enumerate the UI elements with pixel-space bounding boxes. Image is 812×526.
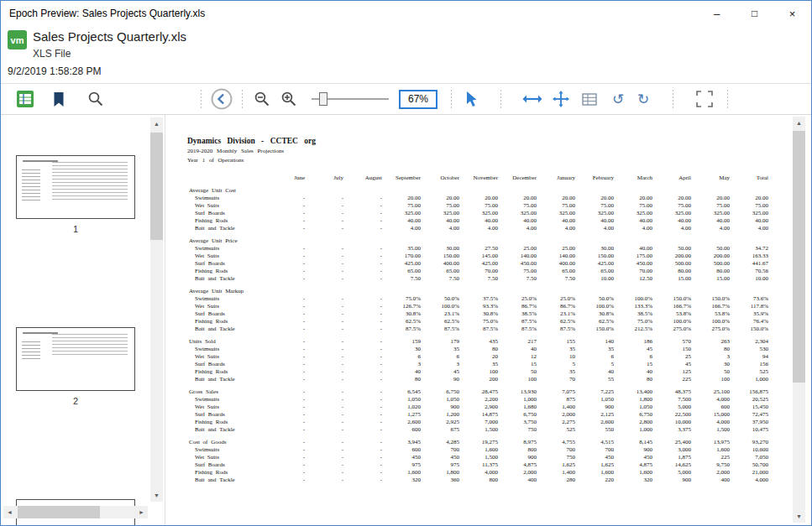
cell: 400.00 [538, 259, 577, 267]
move-tool-button[interactable] [550, 86, 572, 112]
search-button[interactable] [85, 86, 107, 112]
cell: 325.00 [654, 209, 693, 216]
row-label: Swimsuits [187, 445, 268, 453]
cell: 4.00 [461, 224, 500, 232]
data-row: Swimsuits---1,0501,0502,2001,0008751,050… [187, 395, 770, 403]
cell [616, 287, 654, 294]
scrollbar-thumb[interactable] [793, 131, 805, 383]
back-button[interactable] [210, 86, 233, 112]
cell: 220 [577, 476, 616, 483]
select-tool-button[interactable] [460, 86, 482, 112]
cell: 15,450 [731, 403, 770, 410]
cell: 25.0% [538, 294, 577, 302]
cell: 159 [384, 337, 422, 345]
cell: - [345, 201, 384, 209]
cell: 212.5% [616, 325, 654, 332]
cell [538, 287, 577, 294]
cell [306, 237, 345, 244]
thumbnail-vertical-scrollbar[interactable]: ▲ ▼ [150, 117, 163, 502]
cell: 35 [538, 345, 577, 352]
row-label: Wet Suits [187, 252, 268, 259]
cell: - [306, 453, 345, 461]
thumbnail-horizontal-scrollbar[interactable]: ◄ ► [3, 506, 148, 518]
cell: 320 [384, 476, 422, 483]
zoom-level-input[interactable] [399, 90, 437, 109]
cell: 4,875 [616, 461, 654, 468]
cell: 30.00 [577, 244, 616, 252]
thumbnail-page-2[interactable] [16, 327, 135, 391]
cell: - [345, 216, 384, 224]
cell: 1,800 [616, 395, 654, 403]
scroll-left-arrow[interactable]: ◄ [3, 506, 16, 518]
spreadsheet-app-icon[interactable] [14, 86, 36, 112]
section-label: Cost of Goods [187, 438, 268, 445]
cell: 30.8% [384, 310, 422, 317]
cell: 10,600 [731, 445, 770, 453]
cell: - [345, 476, 384, 483]
content-area: 1 2 ▲ ▼ ◄ ► [1, 115, 811, 525]
fit-page-button[interactable] [694, 86, 715, 112]
thumbnail-page-1[interactable] [16, 155, 135, 219]
zoom-slider-thumb[interactable] [319, 92, 327, 106]
zoom-out-button[interactable] [251, 86, 273, 112]
cell: - [268, 274, 306, 282]
cell: 325.00 [461, 209, 500, 216]
column-header: May [693, 174, 731, 181]
scroll-right-arrow[interactable]: ► [135, 506, 148, 518]
cell: 4.00 [616, 224, 654, 232]
cell: 50.0% [577, 294, 616, 302]
cell: 30.8% [577, 310, 616, 317]
cell: - [345, 468, 384, 476]
rotate-right-icon: ↻ [637, 92, 649, 107]
rotate-left-button[interactable]: ↺ [607, 86, 629, 112]
preview-vertical-scrollbar[interactable]: ▲ ▼ [793, 117, 805, 523]
data-row: Fishing Rods---62.5%62.5%75.0%87.5%62.5%… [187, 317, 770, 325]
cell: 4.00 [693, 224, 731, 232]
cell: - [345, 325, 384, 332]
toolbar-separator [673, 90, 673, 108]
cell: - [345, 302, 384, 310]
bookmark-button[interactable] [48, 86, 70, 112]
cell: 20.00 [577, 194, 616, 201]
scrollbar-thumb[interactable] [150, 133, 163, 240]
cell: 19,275 [461, 438, 500, 445]
rotate-right-button[interactable]: ↻ [632, 86, 654, 112]
minimize-button[interactable]: – [698, 1, 736, 26]
cell [345, 186, 384, 194]
scroll-down-arrow[interactable]: ▼ [793, 510, 805, 523]
data-row: Swimsuits---6007001,6008007007009003,000… [187, 445, 770, 453]
thumbnail-content [52, 162, 128, 201]
cell: 117.8% [731, 302, 770, 310]
cell: 4,515 [577, 438, 616, 445]
cell: 25,100 [693, 388, 731, 395]
cell: 325.00 [577, 209, 616, 216]
maximize-button[interactable]: □ [736, 1, 773, 26]
cell [384, 237, 422, 244]
cell: 1,500 [693, 425, 731, 433]
preview-page[interactable]: Dynamics Division - CCTEC org 2019-2020 … [187, 137, 773, 522]
toolbar-separator [201, 90, 202, 108]
cell: 40 [500, 345, 538, 352]
cell: 1,600 [616, 468, 654, 476]
scroll-up-arrow[interactable]: ▲ [150, 117, 163, 130]
cell: - [268, 438, 306, 445]
scroll-up-arrow[interactable]: ▲ [793, 117, 805, 129]
cell: 1,050 [616, 403, 654, 410]
cell: 7.50 [538, 274, 577, 282]
pan-horizontal-button[interactable] [521, 86, 543, 112]
cell: 15.00 [693, 274, 731, 282]
cell: 133.3% [616, 302, 654, 310]
cell: 325.00 [422, 209, 461, 216]
cell: 700 [538, 445, 577, 453]
zoom-in-button[interactable] [278, 86, 300, 112]
cell: 450 [616, 453, 654, 461]
zoom-slider[interactable] [312, 91, 389, 107]
close-button[interactable]: × [773, 1, 811, 26]
scrollbar-thumb[interactable] [18, 506, 100, 518]
cell: 20.00 [384, 194, 422, 201]
cell: 150.0% [693, 294, 731, 302]
scroll-down-arrow[interactable]: ▼ [150, 489, 163, 502]
cell: 93.3% [461, 302, 500, 310]
cell: 4.00 [500, 224, 538, 232]
grid-view-button[interactable] [579, 86, 600, 112]
